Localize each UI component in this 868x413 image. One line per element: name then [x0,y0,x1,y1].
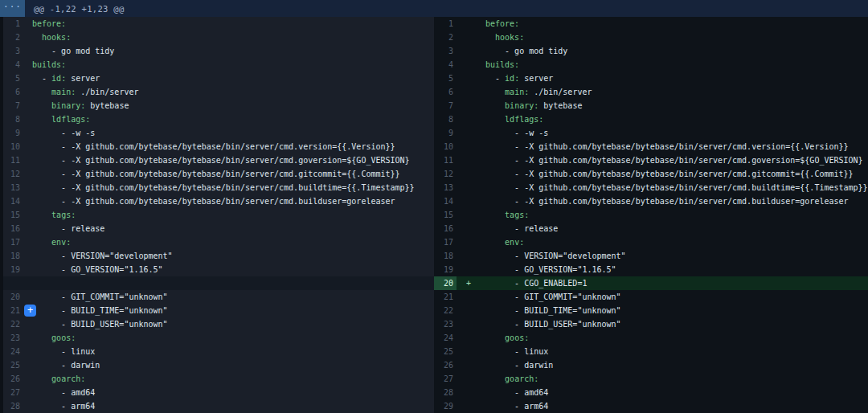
line-number[interactable]: 20 [434,276,457,290]
line-number[interactable]: 22 [3,317,20,331]
line-number[interactable]: 26 [434,358,457,372]
line-number[interactable]: 24 [434,331,457,345]
diff-row: 20 - GIT_COMMIT="unknown"21 - GIT_COMMIT… [0,290,868,304]
code-line: - -X github.com/bytebase/bytebase/bin/se… [477,167,868,181]
line-number[interactable]: 17 [3,235,20,249]
diff-sign [457,99,477,112]
line-number[interactable]: 13 [3,181,20,194]
line-number[interactable]: 16 [3,222,20,235]
diff-row: 2 hooks:2 hooks: [0,31,868,44]
line-number[interactable]: 10 [434,140,457,153]
left-pane-cell: 7 binary: bytebase [0,99,434,112]
line-number[interactable]: 2 [3,31,20,44]
line-number[interactable]: 7 [434,99,457,112]
right-pane-cell: 25 - linux [434,345,868,358]
diff-row: 19 - GO_VERSION="1.16.5"19 - GO_VERSION=… [0,263,868,276]
line-number[interactable]: 9 [3,126,20,140]
diff-sign [457,235,477,249]
line-number[interactable]: 5 [434,72,457,85]
line-number[interactable]: 4 [434,58,457,72]
line-number[interactable]: 1 [434,17,457,31]
code-line: - VERSION="development" [20,249,434,263]
line-number[interactable]: 6 [3,85,20,99]
line-number[interactable]: 24 [3,345,20,358]
line-number[interactable]: 21 [3,304,20,317]
line-number[interactable]: 2 [434,31,457,44]
code-line: - release [20,222,434,235]
line-number[interactable] [3,276,20,290]
line-number[interactable]: 10 [3,140,20,153]
code-line: tags: [477,208,868,222]
left-pane-cell: 5 - id: server [0,72,434,85]
diff-row: 16 - release16 - release [0,222,868,235]
line-number[interactable]: 15 [434,208,457,222]
line-number[interactable]: 8 [434,112,457,126]
line-number[interactable]: 17 [434,235,457,249]
add-comment-button[interactable]: + [24,305,36,317]
line-number[interactable]: 25 [434,345,457,358]
line-number[interactable]: 19 [3,263,20,276]
diff-sign [457,208,477,222]
line-number[interactable]: 20 [3,290,20,304]
line-number[interactable]: 12 [3,167,20,181]
line-number[interactable]: 23 [434,317,457,331]
diff-row: 6 main: ./bin/server6 main: ./bin/server [0,85,868,99]
line-number[interactable]: 7 [3,99,20,112]
line-number[interactable]: 6 [434,85,457,99]
line-number[interactable]: 15 [3,208,20,222]
line-number[interactable]: 3 [3,44,20,58]
expand-hunk-button[interactable]: ··· [0,0,25,17]
left-pane-cell: 21 - BUILD_TIME="unknown"+ [0,304,434,317]
code-line: main: ./bin/server [20,85,434,99]
line-number[interactable]: 22 [434,304,457,317]
diff-row: 25 - darwin26 - darwin [0,358,868,372]
line-number[interactable]: 19 [434,263,457,276]
code-line: - -X github.com/bytebase/bytebase/bin/se… [477,194,868,208]
diff-row: 7 binary: bytebase7 binary: bytebase [0,99,868,112]
line-number[interactable]: 1 [3,17,20,31]
diff-row: 12 - -X github.com/bytebase/bytebase/bin… [0,167,868,181]
right-pane-cell: 22 - BUILD_TIME="unknown" [434,304,868,317]
line-number[interactable]: 18 [434,249,457,263]
line-number[interactable]: 13 [434,181,457,194]
right-pane-cell: 7 binary: bytebase [434,99,868,112]
code-line: binary: bytebase [20,99,434,112]
code-line: goarch: [20,372,434,386]
code-line: ldflags: [20,112,434,126]
line-number[interactable]: 28 [434,386,457,399]
diff-row: 13 - -X github.com/bytebase/bytebase/bin… [0,181,868,194]
line-number[interactable]: 9 [434,126,457,140]
line-number[interactable]: 14 [3,194,20,208]
right-pane-cell: 12 - -X github.com/bytebase/bytebase/bin… [434,167,868,181]
diff-rows: 1before:1before:2 hooks:2 hooks:3 - go m… [0,17,868,413]
code-line: - darwin [477,358,868,372]
diff-sign [457,126,477,140]
line-number[interactable]: 21 [434,290,457,304]
line-number[interactable]: 18 [3,249,20,263]
line-number[interactable]: 12 [434,167,457,181]
diff-sign [457,194,477,208]
line-number[interactable]: 8 [3,112,20,126]
line-number[interactable]: 11 [3,153,20,167]
line-number[interactable]: 25 [3,358,20,372]
code-line: - GIT_COMMIT="unknown" [477,290,868,304]
line-number[interactable]: 3 [434,44,457,58]
line-number[interactable]: 23 [3,331,20,345]
line-number[interactable]: 29 [434,399,457,413]
line-number[interactable]: 4 [3,58,20,72]
right-pane-cell: 4builds: [434,58,868,72]
left-pane-cell: 13 - -X github.com/bytebase/bytebase/bin… [0,181,434,194]
line-number[interactable]: 27 [434,372,457,386]
line-number[interactable]: 5 [3,72,20,85]
right-pane-cell: 2 hooks: [434,31,868,44]
diff-row: 11 - -X github.com/bytebase/bytebase/bin… [0,153,868,167]
line-number[interactable]: 26 [3,372,20,386]
diff-row: 21 - BUILD_TIME="unknown"+22 - BUILD_TIM… [0,304,868,317]
line-number[interactable]: 11 [434,153,457,167]
line-number[interactable]: 16 [434,222,457,235]
line-number[interactable]: 28 [3,399,20,413]
code-line: - GO_VERSION="1.16.5" [20,263,434,276]
line-number[interactable]: 14 [434,194,457,208]
left-pane-cell: 24 - linux [0,345,434,358]
line-number[interactable]: 27 [3,386,20,399]
